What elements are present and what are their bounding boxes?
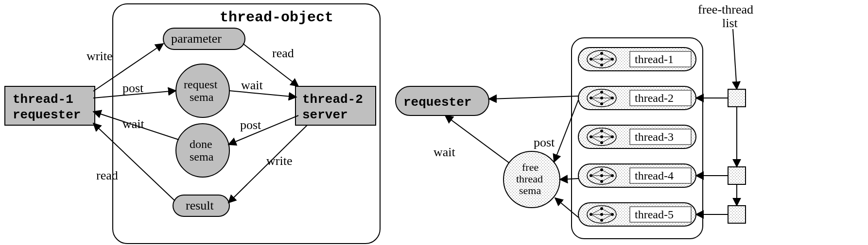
label-write1: write — [87, 49, 112, 63]
thread-label: thread-1 — [635, 53, 674, 65]
thread-glyph-icon — [587, 206, 616, 223]
free-thread-list — [696, 29, 746, 223]
free-sema-l3: sema — [519, 184, 541, 196]
thread-label: thread-4 — [635, 169, 674, 182]
parameter-label: parameter — [171, 32, 222, 46]
label-wait1: wait — [241, 78, 263, 92]
done-sema-l2: sema — [190, 150, 214, 163]
thread-label: thread-2 — [635, 92, 674, 104]
label-wait2: wait — [122, 117, 145, 131]
free-thread-list-l1: free-thread — [698, 2, 753, 16]
request-sema-l2: sema — [190, 91, 214, 103]
arrow-thread4-to-sema — [560, 179, 578, 180]
label-post1: post — [122, 81, 144, 95]
done-sema-l1: done — [190, 138, 212, 150]
thread-object-title: thread-object — [220, 9, 333, 26]
label-write2: write — [266, 154, 292, 168]
thread1-line1: thread-1 — [13, 92, 73, 107]
free-list-node — [728, 167, 746, 184]
arrow-thread2-to-sema — [554, 100, 578, 162]
thread-glyph-icon — [587, 167, 616, 184]
label-read2: read — [96, 168, 118, 182]
arrow-wait-request — [229, 91, 296, 97]
thread2-line1: thread-2 — [302, 92, 363, 107]
result-label: result — [186, 198, 214, 212]
free-sema-l2: thread — [516, 173, 543, 185]
free-thread-list-l2: list — [722, 16, 738, 30]
right-wait-label: wait — [434, 145, 456, 159]
thread-glyph-icon — [587, 89, 616, 107]
thread2-line2: server — [302, 108, 348, 122]
arrow-post-done — [228, 115, 298, 145]
free-list-node — [728, 89, 746, 107]
free-sema-l1: free — [522, 161, 538, 173]
arrow-thread2-to-requester — [489, 96, 578, 99]
thread-rows: thread-1thread-2thread-3thread-4thread-5 — [578, 48, 696, 226]
arrow-thread5-to-sema — [555, 198, 578, 217]
right-post-label: post — [534, 135, 555, 149]
right-requester-label: requester — [403, 95, 471, 110]
diagram-root: thread-object thread-1 requester thread-… — [0, 0, 868, 245]
thread-glyph-icon — [587, 128, 616, 146]
free-list-link — [733, 29, 737, 89]
thread-label: thread-3 — [635, 131, 674, 143]
thread-glyph-icon — [587, 50, 616, 68]
label-read1: read — [272, 46, 294, 60]
request-sema-l1: request — [184, 78, 218, 91]
label-post2: post — [240, 118, 261, 132]
free-list-node — [728, 206, 746, 223]
thread-label: thread-5 — [635, 208, 674, 221]
thread1-line2: requester — [13, 108, 81, 122]
